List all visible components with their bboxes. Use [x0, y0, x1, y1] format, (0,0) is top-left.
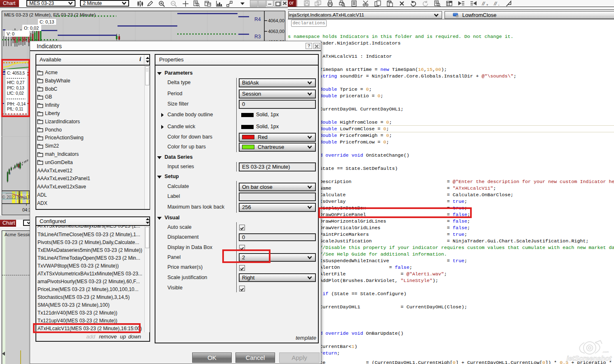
svg-text://: // [482, 1, 485, 7]
svg-text:.com: .com [602, 350, 609, 353]
svg-text:R4: R4 [254, 16, 261, 22]
svg-text:jetScreenshot: jetScreenshot [566, 355, 612, 362]
svg-text:+: + [486, 3, 488, 7]
svg-text:C: 0,13: C: 0,13 [40, 19, 54, 24]
svg-text://: // [494, 1, 497, 7]
svg-text:V: 0: V: 0 [7, 31, 14, 36]
svg-text:R3: R3 [254, 34, 261, 40]
svg-text:4063,00: 4063,00 [268, 29, 285, 34]
svg-text:MES 03-23 (2 Minute), ES 03-23: MES 03-23 (2 Minute), ES 03-23 (2 Minute… [4, 12, 96, 17]
svg-text:-: - [498, 3, 499, 7]
svg-text:4064,00: 4064,00 [268, 18, 285, 23]
svg-text:© 2023 NinjaT: © 2023 NinjaT [2, 195, 30, 200]
svg-text:T: T [9, 172, 11, 175]
svg-text:O: 0,02: O: 0,02 [24, 26, 39, 31]
